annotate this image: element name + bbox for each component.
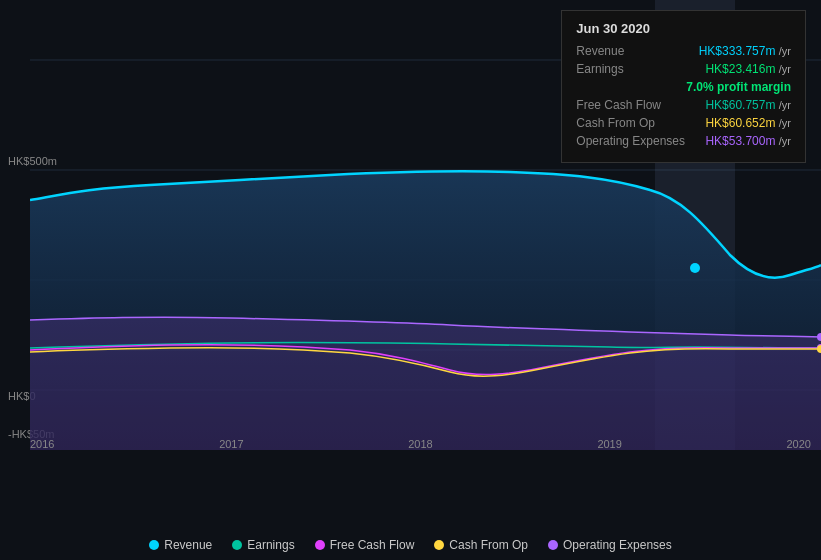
opex-area xyxy=(30,317,821,450)
tooltip-profit-margin: 7.0% profit margin xyxy=(686,80,791,94)
legend-label-earnings: Earnings xyxy=(247,538,294,552)
tooltip-cashfromop-value: HK$60.652m /yr xyxy=(705,116,791,130)
tooltip-revenue-row: Revenue HK$333.757m /yr xyxy=(576,44,791,58)
legend-dot-revenue xyxy=(149,540,159,550)
tooltip-panel: Jun 30 2020 Revenue HK$333.757m /yr Earn… xyxy=(561,10,806,163)
tooltip-margin-row: 7.0% profit margin xyxy=(576,80,791,94)
legend-dot-cashfromop xyxy=(434,540,444,550)
legend-revenue[interactable]: Revenue xyxy=(149,538,212,552)
tooltip-revenue-value: HK$333.757m /yr xyxy=(699,44,791,58)
legend-fcf[interactable]: Free Cash Flow xyxy=(315,538,415,552)
tooltip-revenue-label: Revenue xyxy=(576,44,686,58)
legend-label-cashfromop: Cash From Op xyxy=(449,538,528,552)
tooltip-opex-label: Operating Expenses xyxy=(576,134,686,148)
tooltip-fcf-row: Free Cash Flow HK$60.757m /yr xyxy=(576,98,791,112)
legend-label-opex: Operating Expenses xyxy=(563,538,672,552)
x-label-2019: 2019 xyxy=(597,438,621,450)
tooltip-opex-value: HK$53.700m /yr xyxy=(705,134,791,148)
legend-label-revenue: Revenue xyxy=(164,538,212,552)
x-label-2016: 2016 xyxy=(30,438,54,450)
x-axis-labels: 2016 2017 2018 2019 2020 xyxy=(30,438,811,450)
tooltip-earnings-value: HK$23.416m /yr xyxy=(705,62,791,76)
tooltip-cashfromop-label: Cash From Op xyxy=(576,116,686,130)
legend-cashfromop[interactable]: Cash From Op xyxy=(434,538,528,552)
legend-label-fcf: Free Cash Flow xyxy=(330,538,415,552)
legend-earnings[interactable]: Earnings xyxy=(232,538,294,552)
tooltip-fcf-label: Free Cash Flow xyxy=(576,98,686,112)
tooltip-earnings-label: Earnings xyxy=(576,62,686,76)
x-label-2018: 2018 xyxy=(408,438,432,450)
legend-dot-fcf xyxy=(315,540,325,550)
tooltip-cashfromop-row: Cash From Op HK$60.652m /yr xyxy=(576,116,791,130)
tooltip-fcf-value: HK$60.757m /yr xyxy=(705,98,791,112)
legend-dot-earnings xyxy=(232,540,242,550)
chart-legend: Revenue Earnings Free Cash Flow Cash Fro… xyxy=(0,538,821,552)
x-label-2020: 2020 xyxy=(787,438,811,450)
tooltip-earnings-row: Earnings HK$23.416m /yr xyxy=(576,62,791,76)
legend-opex[interactable]: Operating Expenses xyxy=(548,538,672,552)
revenue-dot xyxy=(690,263,700,273)
x-label-2017: 2017 xyxy=(219,438,243,450)
chart-container: HK$500m HK$0 -HK$50m xyxy=(0,0,821,510)
legend-dot-opex xyxy=(548,540,558,550)
tooltip-opex-row: Operating Expenses HK$53.700m /yr xyxy=(576,134,791,148)
tooltip-date: Jun 30 2020 xyxy=(576,21,791,36)
